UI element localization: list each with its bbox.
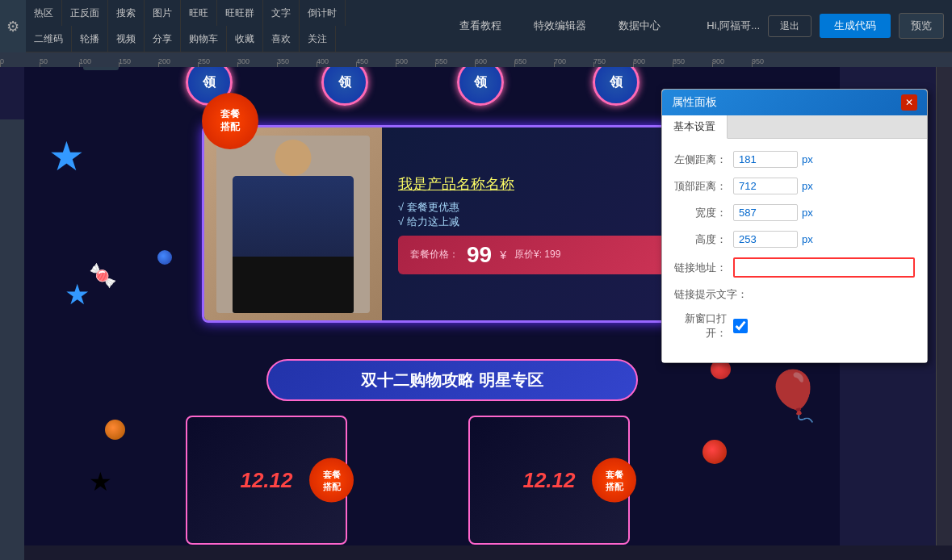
width-value-input[interactable] — [733, 204, 798, 221]
tool-btn-二维码[interactable]: 二维码 — [26, 26, 72, 52]
tool-btn-搜索[interactable]: 搜索 — [108, 0, 145, 26]
new-window-label: 新窗口打开： — [674, 311, 727, 341]
product-banner[interactable]: 我是产品名称名称 √ 套餐更优惠 √ 给力这上减 套餐价格： 99 ¥ 原价¥:… — [202, 125, 686, 323]
url-input[interactable] — [733, 257, 915, 278]
tool-btn-正反面[interactable]: 正反面 — [62, 0, 108, 26]
width-label: 宽度： — [674, 206, 727, 220]
product-card-1[interactable]: 12.12 套餐搭配 — [186, 416, 347, 545]
tool-btn-分享[interactable]: 分享 — [145, 26, 181, 52]
nav-data[interactable]: 数据中心 — [602, 14, 677, 38]
height-label: 高度： — [674, 232, 727, 247]
tool-btn-轮播[interactable]: 轮播 — [72, 26, 108, 52]
ruler-tick-600: 600 — [475, 57, 487, 65]
logout-button[interactable]: 退出 — [768, 15, 812, 37]
toolbar-left: 热区正反面搜索图片旺旺旺旺群文字倒计时 二维码轮播视频分享购物车收藏喜欢关注 — [26, 0, 413, 52]
panel-row-top: 顶部距离： px — [674, 178, 915, 194]
tool-btn-购物车[interactable]: 购物车 — [181, 26, 227, 52]
tool-btn-图片[interactable]: 图片 — [145, 0, 181, 26]
ruler-tick-100: 100 — [79, 57, 91, 65]
candy-decoration: 🍬 — [89, 262, 117, 289]
nav-tutorial[interactable]: 查看教程 — [443, 14, 518, 38]
bottom-banner[interactable]: 双十二购物攻略 明星专区 — [266, 359, 638, 401]
top-unit: px — [802, 180, 813, 192]
price-label: 套餐价格： — [410, 248, 459, 261]
planet-decoration-4 — [157, 250, 172, 265]
ruler-line-1 — [40, 62, 40, 67]
ruler-line-16 — [633, 62, 634, 67]
balloon-decoration: 🎈 — [763, 367, 824, 424]
ruler-line-6 — [237, 62, 238, 67]
tool-btn-文字[interactable]: 文字 — [263, 0, 300, 26]
panel-row-url-hint: 链接提示文字： — [674, 287, 915, 302]
tool-btn-旺旺[interactable]: 旺旺 — [181, 0, 217, 26]
top-value-input[interactable] — [733, 178, 798, 194]
ruler-left — [0, 119, 24, 560]
ruler-line-2 — [79, 62, 80, 67]
ruler-tick-650: 650 — [514, 57, 526, 65]
ruler-tick-350: 350 — [277, 57, 289, 65]
star-bottom: ★ — [89, 466, 112, 497]
toolbar: ⚙ 热区正反面搜索图片旺旺旺旺群文字倒计时 二维码轮播视频分享购物车收藏喜欢关注… — [0, 0, 952, 52]
left-label: 左侧距离： — [674, 153, 727, 167]
ruler-tick-900: 900 — [712, 57, 724, 65]
ruler-tick-400: 400 — [317, 57, 329, 65]
panel-tabs: 基本设置 — [662, 115, 927, 139]
panel-close-button[interactable]: ✕ — [901, 94, 917, 111]
gear-icon: ⚙ — [6, 18, 19, 36]
url-label: 链接地址： — [674, 261, 727, 275]
tool-btn-关注[interactable]: 关注 — [300, 26, 336, 52]
panel-row-url: 链接地址： — [674, 257, 915, 278]
preview-button[interactable]: 预览 — [899, 13, 944, 39]
generate-code-button[interactable]: 生成代码 — [820, 14, 891, 38]
ruler-line-14 — [554, 62, 555, 67]
toolbar-row-2: 二维码轮播视频分享购物车收藏喜欢关注 — [26, 26, 413, 52]
ruler-line-15 — [593, 62, 594, 67]
ruler-tick-300: 300 — [237, 57, 250, 65]
ruler-line-11 — [435, 62, 436, 67]
ruler-line-10 — [396, 62, 396, 67]
ruler-tick-700: 700 — [554, 57, 566, 65]
ruler-line-9 — [356, 62, 357, 67]
left-value-input[interactable] — [733, 151, 798, 168]
ruler-tick-950: 950 — [752, 57, 764, 65]
product-info: 我是产品名称名称 √ 套餐更优惠 √ 给力这上减 套餐价格： 99 ¥ 原价¥:… — [382, 162, 684, 286]
product-name: 我是产品名称名称 — [398, 174, 672, 194]
tool-btn-喜欢[interactable]: 喜欢 — [263, 26, 300, 52]
property-panel: 属性面板 ✕ 基本设置 左侧距离： px 顶部距离： px 宽度： px 高度： — [661, 89, 928, 363]
toolbar-nav: 查看教程 特效编辑器 数据中心 — [413, 0, 707, 52]
panel-tab-basic[interactable]: 基本设置 — [662, 115, 728, 139]
tool-btn-收藏[interactable]: 收藏 — [227, 26, 263, 52]
tool-btn-视频[interactable]: 视频 — [108, 26, 145, 52]
bottom-cards: 12.12 套餐搭配 12.12 套餐搭配 — [186, 416, 630, 545]
ruler-line-4 — [158, 62, 159, 67]
height-value-input[interactable] — [733, 231, 798, 248]
ruler-tick-800: 800 — [633, 57, 645, 65]
tool-btn-热区[interactable]: 热区 — [26, 0, 62, 26]
card-number-1: 12.12 — [240, 468, 292, 493]
ruler-tick-450: 450 — [356, 57, 368, 65]
planet-decoration-5 — [105, 420, 125, 440]
height-unit: px — [802, 233, 813, 245]
ruler-line-13 — [514, 62, 515, 67]
gear-button[interactable]: ⚙ — [0, 0, 26, 52]
ruler-line-5 — [198, 62, 199, 67]
toolbar-row-1: 热区正反面搜索图片旺旺旺旺群文字倒计时 — [26, 0, 413, 26]
ruler-tick-750: 750 — [593, 57, 606, 65]
panel-title: 属性面板 — [672, 95, 717, 110]
panel-row-height: 高度： px — [674, 231, 915, 248]
ruler-line-8 — [317, 62, 317, 67]
nav-effects[interactable]: 特效编辑器 — [518, 14, 602, 38]
product-card-2[interactable]: 12.12 套餐搭配 — [468, 416, 630, 545]
panel-row-width: 宽度： px — [674, 204, 915, 221]
top-label: 顶部距离： — [674, 179, 727, 194]
card-number-2: 12.12 — [522, 468, 575, 493]
ruler-line-3 — [119, 62, 120, 67]
tool-btn-倒计时[interactable]: 倒计时 — [300, 0, 346, 26]
left-unit: px — [802, 153, 813, 165]
new-window-checkbox[interactable] — [733, 319, 748, 333]
product-image-area — [204, 127, 382, 320]
ruler-line-18 — [712, 62, 713, 67]
tool-btn-旺旺群[interactable]: 旺旺群 — [217, 0, 263, 26]
star-decoration-2: ★ — [65, 278, 90, 311]
url-hint-label: 链接提示文字： — [674, 287, 748, 302]
